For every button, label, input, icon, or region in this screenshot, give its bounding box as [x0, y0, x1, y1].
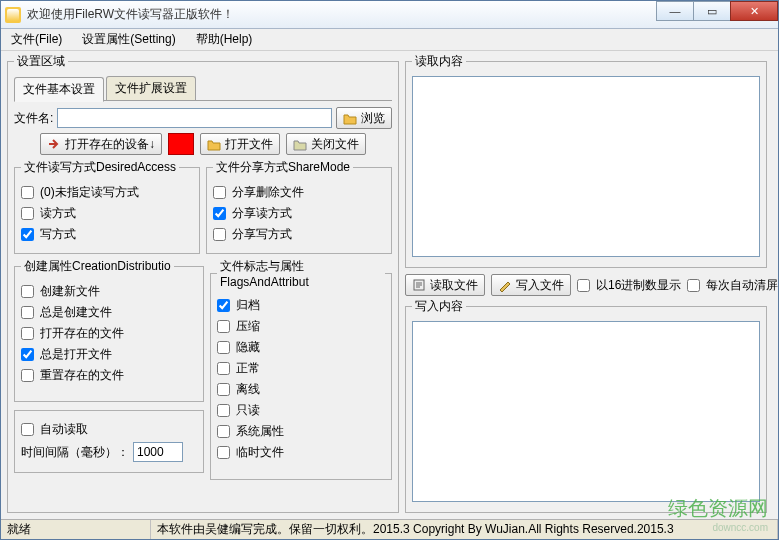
read-icon	[412, 278, 426, 292]
write-textarea[interactable]	[412, 321, 760, 502]
flags-group: 文件标志与属性FlagsAndAttribut 归档 压缩 隐藏 正常 离线 只…	[210, 258, 392, 480]
open-device-button[interactable]: 打开存在的设备↓	[40, 133, 162, 155]
desired-access-group: 文件读写方式DesiredAccess (0)未指定读写方式 读方式 写方式	[14, 159, 200, 254]
flag-compressed[interactable]: 压缩	[217, 318, 385, 335]
tabs: 文件基本设置 文件扩展设置	[14, 76, 392, 101]
folder-icon	[343, 111, 357, 125]
write-content-group: 写入内容	[405, 298, 767, 513]
read-textarea[interactable]	[412, 76, 760, 257]
arrow-right-icon	[47, 137, 61, 151]
settings-legend: 设置区域	[14, 53, 68, 70]
access-share-row: 文件读写方式DesiredAccess (0)未指定读写方式 读方式 写方式 文…	[14, 159, 392, 258]
menu-file[interactable]: 文件(File)	[5, 29, 68, 50]
flag-normal[interactable]: 正常	[217, 360, 385, 377]
close-button[interactable]: ✕	[730, 1, 778, 21]
app-icon	[5, 7, 21, 23]
menu-help[interactable]: 帮助(Help)	[190, 29, 259, 50]
share-delete[interactable]: 分享删除文件	[213, 184, 385, 201]
status-bar: 就绪 本软件由吴健编写完成。保留一切权利。2015.3 Copyright By…	[1, 519, 778, 539]
hex-check[interactable]: 以16进制数显示	[577, 277, 681, 294]
open-file-button[interactable]: 打开文件	[200, 133, 280, 155]
read-content-group: 读取内容	[405, 53, 767, 268]
flag-system[interactable]: 系统属性	[217, 423, 385, 440]
menu-bar: 文件(File) 设置属性(Setting) 帮助(Help)	[1, 29, 778, 51]
flag-archive[interactable]: 归档	[217, 297, 385, 314]
close-file-button[interactable]: 关闭文件	[286, 133, 366, 155]
filename-label: 文件名:	[14, 110, 53, 127]
status-copyright: 本软件由吴健编写完成。保留一切权利。2015.3 Copyright By Wu…	[151, 520, 778, 539]
filename-input[interactable]	[57, 108, 332, 128]
close-folder-icon	[293, 137, 307, 151]
access-write[interactable]: 写方式	[21, 226, 193, 243]
window-frame: 欢迎使用FileRW文件读写器正版软件！ — ▭ ✕ 文件(File) 设置属性…	[0, 0, 779, 540]
left-panel: 设置区域 文件基本设置 文件扩展设置 文件名: 浏览 打	[1, 51, 403, 519]
auto-read-box: 自动读取 时间间隔（毫秒）：	[14, 410, 204, 473]
flag-readonly[interactable]: 只读	[217, 402, 385, 419]
interval-label: 时间间隔（毫秒）：	[21, 444, 129, 461]
autoclear-check[interactable]: 每次自动清屏	[687, 277, 778, 294]
flag-hidden[interactable]: 隐藏	[217, 339, 385, 356]
creation-group: 创建属性CreationDistributio 创建新文件 总是创建文件 打开存…	[14, 258, 204, 402]
minimize-button[interactable]: —	[656, 1, 694, 21]
read-file-button[interactable]: 读取文件	[405, 274, 485, 296]
right-panel: 读取内容 读取文件 写入文件 以16进制数显示 每次自动清屏 写入内容	[403, 51, 773, 519]
share-write[interactable]: 分享写方式	[213, 226, 385, 243]
creation-new[interactable]: 创建新文件	[21, 283, 197, 300]
write-icon	[498, 278, 512, 292]
tab-basic[interactable]: 文件基本设置	[14, 77, 104, 102]
creation-always[interactable]: 总是创建文件	[21, 304, 197, 321]
flag-temp[interactable]: 临时文件	[217, 444, 385, 461]
file-ops-row: 打开存在的设备↓ 打开文件 关闭文件	[14, 133, 392, 155]
filename-row: 文件名: 浏览	[14, 107, 392, 129]
share-read[interactable]: 分享读方式	[213, 205, 385, 222]
creation-open-existing[interactable]: 打开存在的文件	[21, 325, 197, 342]
write-file-button[interactable]: 写入文件	[491, 274, 571, 296]
menu-setting[interactable]: 设置属性(Setting)	[76, 29, 181, 50]
interval-row: 时间间隔（毫秒）：	[21, 442, 197, 462]
title-bar: 欢迎使用FileRW文件读写器正版软件！ — ▭ ✕	[1, 1, 778, 29]
creation-open-always[interactable]: 总是打开文件	[21, 346, 197, 363]
access-none[interactable]: (0)未指定读写方式	[21, 184, 193, 201]
status-ready: 就绪	[1, 520, 151, 539]
main-content: 设置区域 文件基本设置 文件扩展设置 文件名: 浏览 打	[1, 51, 778, 519]
open-folder-icon	[207, 137, 221, 151]
interval-input[interactable]	[133, 442, 183, 462]
tab-ext[interactable]: 文件扩展设置	[106, 76, 196, 100]
creation-flags-row: 创建属性CreationDistributio 创建新文件 总是创建文件 打开存…	[14, 258, 392, 484]
settings-group: 设置区域 文件基本设置 文件扩展设置 文件名: 浏览 打	[7, 53, 399, 513]
auto-read-check[interactable]: 自动读取	[21, 421, 197, 438]
maximize-button[interactable]: ▭	[693, 1, 731, 21]
browse-button[interactable]: 浏览	[336, 107, 392, 129]
window-buttons: — ▭ ✕	[657, 1, 778, 21]
red-indicator	[168, 133, 194, 155]
read-write-toolbar: 读取文件 写入文件 以16进制数显示 每次自动清屏	[405, 274, 767, 296]
share-mode-group: 文件分享方式ShareMode 分享删除文件 分享读方式 分享写方式	[206, 159, 392, 254]
access-read[interactable]: 读方式	[21, 205, 193, 222]
creation-truncate[interactable]: 重置存在的文件	[21, 367, 197, 384]
flag-offline[interactable]: 离线	[217, 381, 385, 398]
